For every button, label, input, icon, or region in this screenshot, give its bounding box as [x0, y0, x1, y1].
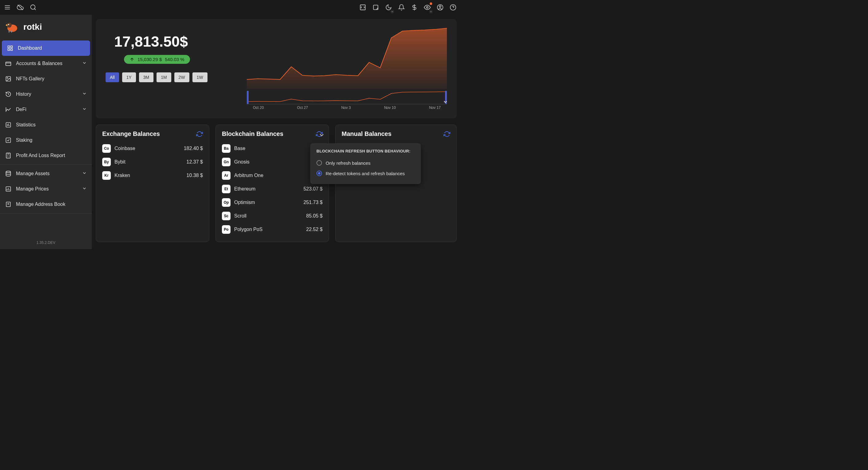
- sidebar-item-label: Dashboard: [18, 45, 42, 51]
- chevron-down-icon: [82, 106, 87, 113]
- net-worth-chart[interactable]: [247, 28, 447, 89]
- radio-icon: [316, 170, 322, 176]
- refresh-manual-button[interactable]: [443, 131, 450, 137]
- bell-icon[interactable]: [398, 4, 405, 11]
- sidebar-item-history[interactable]: History: [0, 87, 92, 102]
- sidebar-item-statistics[interactable]: Statistics: [0, 117, 92, 132]
- sidebar-item-manage-assets[interactable]: Manage Assets: [0, 166, 92, 181]
- chevron-down-icon: [82, 186, 87, 192]
- sidebar-item-nfts-gallery[interactable]: NFTs Gallery: [0, 71, 92, 87]
- sidebar-item-manage-address-book[interactable]: Manage Address Book: [0, 197, 92, 212]
- blockchain-balances-card: Blockchain Balances BaBase9,64GnGnosis6,…: [215, 125, 329, 242]
- range-btn-1m[interactable]: 1M: [157, 72, 171, 82]
- logo: rotki: [0, 15, 92, 40]
- sidebar-item-label: Manage Prices: [16, 186, 49, 192]
- range-handle-left[interactable]: [247, 91, 249, 104]
- sidebar-item-label: DeFi: [16, 107, 26, 112]
- sidebar-item-profit-and-loss-report[interactable]: Profit And Loss Report: [0, 148, 92, 163]
- asset-icon: Gn: [222, 158, 230, 166]
- balance-row[interactable]: CoCoinbase182.40 $: [102, 142, 203, 155]
- asset-name: Base: [234, 146, 245, 151]
- sidebar-item-accounts-balances[interactable]: Accounts & Balances: [0, 56, 92, 71]
- refresh-behaviour-popover: BLOCKCHAIN REFRESH BUTTON BEHAVIOUR: Onl…: [310, 143, 421, 184]
- app-name: rotki: [23, 22, 42, 32]
- balance-row[interactable]: ScScroll85.05 $: [222, 209, 322, 223]
- asset-icon: Po: [222, 225, 230, 234]
- radio-option[interactable]: Re-detect tokens and refresh balances: [316, 168, 415, 179]
- balance-row[interactable]: OpOptimism251.73 $: [222, 196, 322, 209]
- asset-value: 10.38 $: [187, 173, 203, 178]
- sidebar-item-staking[interactable]: Staking: [0, 132, 92, 148]
- theme-icon[interactable]: [385, 4, 392, 11]
- range-btn-3m[interactable]: 3M: [139, 72, 153, 82]
- svg-point-37: [6, 171, 11, 173]
- balance-row[interactable]: BaBase9,64: [222, 142, 322, 155]
- svg-rect-31: [6, 153, 10, 158]
- dollar-icon[interactable]: [411, 4, 418, 11]
- change-amount: 15,030.29 $: [137, 57, 162, 62]
- balance-row[interactable]: GnGnosis6,02: [222, 155, 322, 169]
- asset-value: 12.37 $: [187, 159, 203, 165]
- chevron-down-icon: [318, 132, 325, 139]
- eye-icon[interactable]: [424, 4, 431, 11]
- balance-row[interactable]: KrKraken10.38 $: [102, 169, 203, 182]
- search-icon[interactable]: [29, 4, 37, 11]
- asset-value: 22.52 $: [306, 227, 322, 232]
- x-axis-label: Nov 3: [341, 105, 351, 110]
- chevron-down-icon: [82, 170, 87, 177]
- code-icon[interactable]: [359, 4, 367, 11]
- balance-row[interactable]: ByBybit12.37 $: [102, 155, 203, 169]
- sidebar-item-dashboard[interactable]: Dashboard: [2, 40, 90, 56]
- note-icon[interactable]: [372, 4, 379, 11]
- asset-icon: Ba: [222, 144, 230, 153]
- svg-rect-21: [8, 49, 10, 51]
- refresh-exchange-button[interactable]: [196, 131, 203, 137]
- change-percent: 540.03 %: [165, 57, 184, 62]
- svg-point-9: [426, 6, 428, 8]
- radio-option[interactable]: Only refresh balances: [316, 158, 415, 168]
- asset-name: Ethereum: [234, 186, 255, 192]
- sidebar-item-label: History: [16, 91, 31, 97]
- sidebar-divider: [0, 213, 92, 214]
- sidebar-item-label: Statistics: [16, 122, 36, 128]
- user-icon[interactable]: [436, 4, 444, 11]
- asset-icon: Kr: [102, 171, 111, 180]
- svg-rect-20: [11, 46, 12, 48]
- version-label: 1.35.2.DEV: [0, 236, 92, 249]
- prices-icon: [5, 186, 12, 192]
- image-icon: [5, 75, 12, 82]
- svg-point-15: [7, 23, 12, 28]
- sidebar-item-label: Staking: [16, 137, 32, 143]
- range-btn-2w[interactable]: 2W: [174, 72, 189, 82]
- stats-icon: [5, 122, 12, 128]
- x-axis-label: Nov 17: [429, 105, 441, 110]
- sidebar-item-label: NFTs Gallery: [16, 76, 44, 82]
- balance-row[interactable]: PoPolygon PoS22.52 $: [222, 223, 322, 236]
- menu-icon[interactable]: [4, 4, 11, 11]
- sidebar-item-manage-prices[interactable]: Manage Prices: [0, 181, 92, 197]
- range-buttons: All1Y3M1M2W1W: [105, 72, 235, 82]
- asset-value: 523.07 $: [304, 186, 322, 192]
- cloud-off-icon[interactable]: [17, 4, 24, 11]
- balance-row[interactable]: ArArbitrum One1,04: [222, 169, 322, 182]
- range-btn-all[interactable]: All: [105, 72, 119, 82]
- asset-name: Gnosis: [234, 159, 250, 165]
- sidebar-divider: [0, 164, 92, 165]
- main-content: 17,813.50$ 15,030.29 $ 540.03 % All1Y3M1…: [92, 15, 460, 249]
- sidebar-item-defi[interactable]: DeFi: [0, 102, 92, 117]
- change-badge: 15,030.29 $ 540.03 %: [124, 55, 190, 64]
- chart-range-slider[interactable]: Oct 20Oct 27Nov 3Nov 10Nov 17: [247, 91, 447, 111]
- svg-rect-18: [11, 31, 12, 33]
- help-icon[interactable]: [450, 4, 457, 11]
- svg-rect-17: [9, 31, 9, 33]
- stake-icon: [5, 137, 12, 144]
- asset-value: 85.05 $: [306, 213, 322, 219]
- exchange-balances-card: Exchange Balances CoCoinbase182.40 $ByBy…: [96, 125, 209, 242]
- x-axis-label: Oct 20: [253, 105, 264, 110]
- chart-expand-icon[interactable]: [443, 99, 448, 105]
- refresh-blockchain-button[interactable]: [316, 131, 322, 137]
- chart-icon: [5, 106, 12, 113]
- range-btn-1y[interactable]: 1Y: [122, 72, 136, 82]
- balance-row[interactable]: EtEthereum523.07 $: [222, 182, 322, 196]
- range-btn-1w[interactable]: 1W: [192, 72, 208, 82]
